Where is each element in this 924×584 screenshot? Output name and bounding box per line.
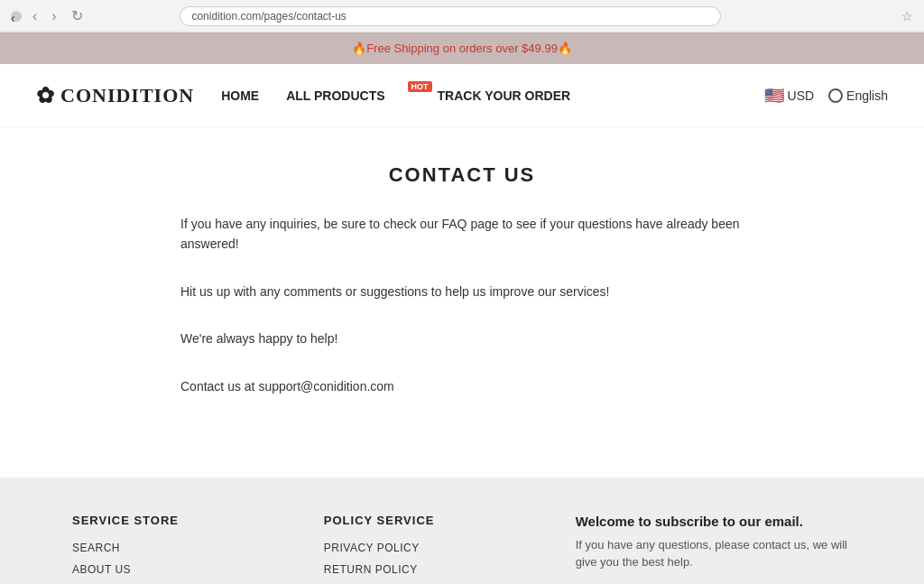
bookmark-icon[interactable]: ☆ [901,9,913,23]
policy-service-heading: POLICY SERVICE [324,514,522,527]
address-bar[interactable]: conidition.com/pages/contact-us [180,6,721,26]
logo-icon: ✿ [36,83,55,108]
logo[interactable]: ✿ CONIDITION [36,83,194,108]
paragraph-3: We're always happy to help! [180,329,744,348]
footer-link-return-policy[interactable]: RETURN POLICY [324,563,522,576]
paragraph-2: Hit us up with any comments or suggestio… [180,282,744,301]
page-title: CONTACT US [180,163,744,187]
top-banner: 🔥Free Shipping on orders over $49.99🔥 [0,32,924,64]
footer-service-store: SERVICE STORE SEARCH ABOUT US CONTACT US… [72,514,270,584]
logo-text: CONIDITION [60,84,194,107]
url-text: conidition.com/pages/contact-us [191,10,346,23]
nav-track-order[interactable]: TRACK YOUR ORDER [438,88,571,103]
paragraph-1: If you have any inquiries, be sure to ch… [180,214,744,255]
footer-link-about-us[interactable]: ABOUT US [72,563,270,576]
hot-badge: HOT [408,81,432,92]
currency-text: USD [788,88,815,103]
subscribe-description: If you have any questions, please contac… [576,536,852,571]
subscribe-title: Welcome to subscribe to our email. [576,514,852,529]
footer-link-privacy-policy[interactable]: PRIVACY POLICY [324,542,522,554]
banner-text: 🔥Free Shipping on orders over $49.99🔥 [352,42,572,55]
header-right: 🇺🇸 USD English [764,86,888,106]
footer-policy-service: POLICY SERVICE PRIVACY POLICY RETURN POL… [324,514,522,584]
browser-dot-back[interactable]: ‹ [11,11,22,22]
service-store-heading: SERVICE STORE [72,514,270,527]
flag-icon: 🇺🇸 [764,86,784,106]
paragraph-4: Contact us at support@conidition.com [180,376,744,396]
browser-dots: ‹ [11,11,22,22]
header: ✿ CONIDITION HOME ALL PRODUCTS HOT TRACK… [0,64,924,127]
footer-link-search[interactable]: SEARCH [72,542,270,554]
currency-selector[interactable]: 🇺🇸 USD [764,86,815,106]
main-content: CONTACT US If you have any inquiries, be… [0,127,924,477]
footer-subscribe: Welcome to subscribe to our email. If yo… [576,514,852,584]
nav-back-button[interactable]: ‹ [29,6,41,26]
nav-all-products[interactable]: ALL PRODUCTS HOT [286,88,410,103]
footer: SERVICE STORE SEARCH ABOUT US CONTACT US… [0,477,924,584]
globe-icon [828,88,843,103]
main-nav: HOME ALL PRODUCTS HOT TRACK YOUR ORDER [221,88,763,103]
nav-reload-button[interactable]: ↻ [68,5,87,26]
nav-forward-button[interactable]: › [48,6,60,26]
language-selector[interactable]: English [828,88,888,103]
language-text: English [846,88,888,103]
nav-home[interactable]: HOME [221,88,259,103]
nav-all-products-label: ALL PRODUCTS [286,88,384,103]
browser-chrome: ‹ ‹ › ↻ conidition.com/pages/contact-us … [0,0,924,32]
